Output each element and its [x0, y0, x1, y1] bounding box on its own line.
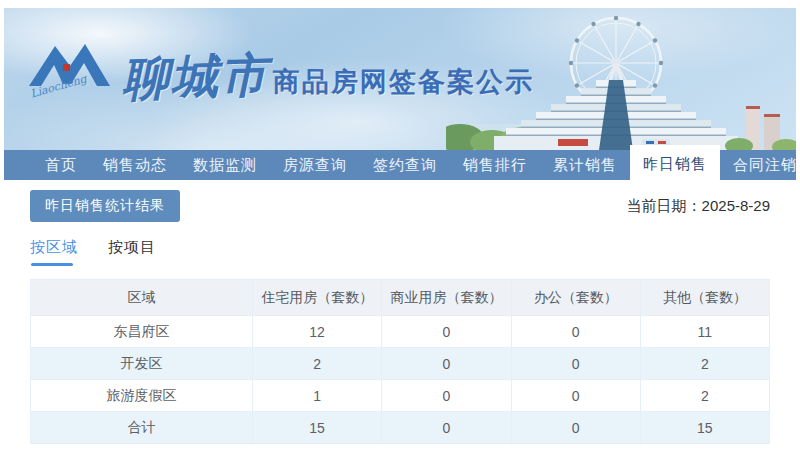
- current-date-value: 2025-8-29: [702, 197, 770, 214]
- column-header-1: 住宅用房（套数）: [253, 280, 382, 316]
- current-date: 当前日期：2025-8-29: [627, 197, 770, 216]
- value-cell: 0: [511, 316, 640, 348]
- sales-by-region-table: 区域住宅用房（套数）商业用房（套数）办公（套数）其他（套数） 东昌府区12001…: [30, 279, 770, 444]
- content-area: 昨日销售统计结果 当前日期：2025-8-29 按区域按项目 区域住宅用房（套数…: [0, 190, 800, 444]
- table-header-row: 区域住宅用房（套数）商业用房（套数）办公（套数）其他（套数）: [31, 280, 770, 316]
- toolbar: 昨日销售统计结果 当前日期：2025-8-29: [30, 190, 770, 222]
- city-name-calligraphy: 聊城市: [121, 50, 270, 102]
- value-cell: 2: [253, 348, 382, 380]
- table-row: 合计150015: [31, 412, 770, 444]
- current-date-label: 当前日期：: [627, 197, 702, 214]
- value-cell: 0: [382, 316, 511, 348]
- main-nav: 首页销售动态数据监测房源查询签约查询销售排行累计销售昨日销售合同注销: [4, 150, 796, 180]
- value-cell: 0: [382, 412, 511, 444]
- nav-item-5[interactable]: 销售排行: [450, 150, 540, 180]
- value-cell: 11: [640, 316, 769, 348]
- table-row: 开发区2002: [31, 348, 770, 380]
- view-tab-0[interactable]: 按区域: [30, 238, 78, 266]
- nav-item-6[interactable]: 累计销售: [540, 150, 630, 180]
- ferris-wheel-building-illustration: [446, 8, 796, 150]
- column-header-0: 区域: [31, 280, 253, 316]
- value-cell: 15: [253, 412, 382, 444]
- value-cell: 1: [253, 380, 382, 412]
- nav-item-3[interactable]: 房源查询: [270, 150, 360, 180]
- nav-item-8[interactable]: 合同注销: [720, 150, 800, 180]
- value-cell: 0: [382, 380, 511, 412]
- region-cell: 东昌府区: [31, 316, 253, 348]
- view-tabs: 按区域按项目: [30, 238, 770, 266]
- region-cell: 开发区: [31, 348, 253, 380]
- view-tab-1[interactable]: 按项目: [108, 238, 156, 266]
- region-cell: 旅游度假区: [31, 380, 253, 412]
- nav-item-0[interactable]: 首页: [32, 150, 90, 180]
- value-cell: 0: [382, 348, 511, 380]
- nav-item-1[interactable]: 销售动态: [90, 150, 180, 180]
- value-cell: 2: [640, 380, 769, 412]
- yesterday-sales-result-button[interactable]: 昨日销售统计结果: [30, 190, 180, 222]
- column-header-3: 办公（套数）: [511, 280, 640, 316]
- column-header-4: 其他（套数）: [640, 280, 769, 316]
- region-cell: 合计: [31, 412, 253, 444]
- header-banner: Liaocheng 聊城市 商品房网签备案公示: [4, 8, 796, 150]
- column-header-2: 商业用房（套数）: [382, 280, 511, 316]
- value-cell: 12: [253, 316, 382, 348]
- table-row: 旅游度假区1002: [31, 380, 770, 412]
- value-cell: 0: [511, 412, 640, 444]
- nav-item-7[interactable]: 昨日销售: [630, 145, 720, 180]
- nav-item-4[interactable]: 签约查询: [360, 150, 450, 180]
- nav-item-2[interactable]: 数据监测: [180, 150, 270, 180]
- table-row: 东昌府区120011: [31, 316, 770, 348]
- liaocheng-logo-icon: Liaocheng: [26, 34, 114, 100]
- value-cell: 0: [511, 348, 640, 380]
- value-cell: 15: [640, 412, 769, 444]
- value-cell: 2: [640, 348, 769, 380]
- value-cell: 0: [511, 380, 640, 412]
